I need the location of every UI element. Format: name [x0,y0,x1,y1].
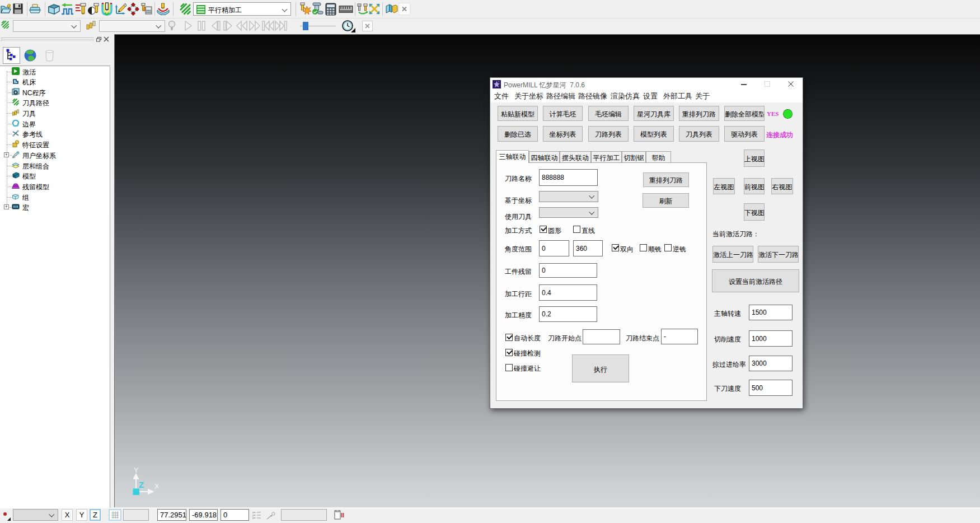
svg-text:z=: z= [252,516,256,520]
svg-text:Z: Z [139,480,144,489]
svg-text:X: X [154,482,158,491]
svg-text:Y: Y [134,468,139,474]
